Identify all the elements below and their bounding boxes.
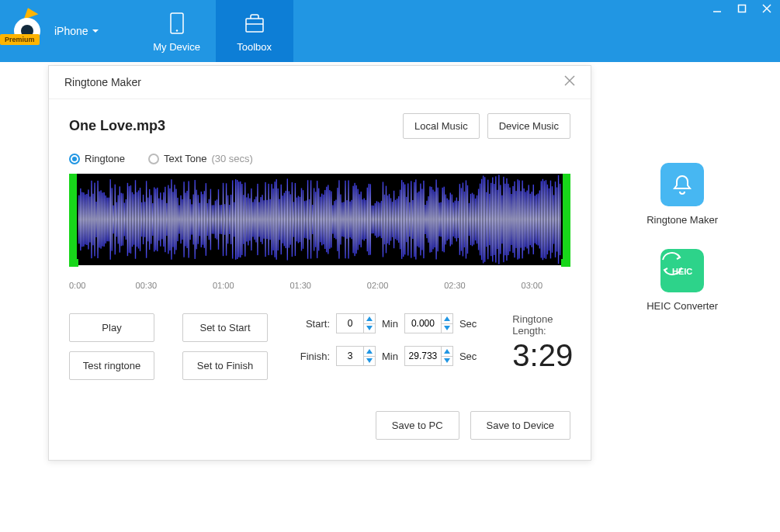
svg-rect-11: [80, 188, 81, 250]
svg-rect-116: [244, 182, 245, 256]
svg-rect-316: [558, 175, 559, 264]
svg-rect-47: [137, 192, 137, 247]
tab-my-device[interactable]: My Device: [138, 0, 216, 62]
svg-rect-39: [124, 202, 125, 236]
radio-ringtone[interactable]: Ringtone: [69, 153, 125, 164]
svg-rect-26: [103, 192, 104, 247]
start-sec-spinner[interactable]: [404, 313, 453, 333]
svg-rect-193: [366, 200, 366, 239]
svg-rect-67: [168, 185, 168, 254]
svg-rect-133: [271, 184, 272, 255]
svg-rect-38: [123, 193, 123, 245]
svg-rect-297: [528, 185, 529, 254]
svg-rect-300: [533, 185, 534, 254]
svg-rect-200: [376, 201, 377, 237]
svg-rect-117: [246, 197, 247, 241]
svg-rect-249: [453, 202, 454, 237]
svg-rect-198: [373, 206, 374, 233]
radio-icon: [69, 154, 80, 164]
svg-rect-160: [314, 188, 314, 251]
spin-down[interactable]: [442, 357, 452, 366]
svg-rect-304: [539, 191, 540, 249]
svg-rect-89: [203, 194, 203, 244]
waveform[interactable]: [69, 174, 570, 265]
spin-up[interactable]: [364, 314, 375, 324]
svg-rect-99: [218, 189, 219, 250]
radio-label: Text Tone: [164, 153, 206, 164]
start-sec-input[interactable]: [405, 314, 441, 333]
radio-text-tone[interactable]: Text Tone(30 secs): [148, 153, 253, 164]
device-selector[interactable]: iPhone: [54, 0, 115, 62]
maximize-button[interactable]: [735, 2, 749, 16]
svg-rect-166: [323, 195, 324, 244]
svg-rect-58: [154, 188, 154, 252]
file-row: One Love.mp3 Local Music Device Music: [69, 113, 570, 139]
end-marker[interactable]: [561, 259, 570, 267]
start-min-input[interactable]: [337, 314, 363, 333]
svg-rect-135: [274, 181, 275, 257]
start-marker[interactable]: [69, 259, 78, 267]
tablet-icon: [164, 10, 190, 36]
svg-rect-109: [234, 202, 234, 237]
svg-rect-102: [223, 183, 224, 256]
spin-up[interactable]: [442, 314, 452, 324]
local-music-button[interactable]: Local Music: [403, 113, 480, 139]
svg-rect-180: [345, 181, 345, 258]
finish-min-input[interactable]: [337, 347, 363, 365]
svg-rect-294: [523, 188, 524, 250]
svg-rect-37: [121, 193, 122, 247]
set-start-button[interactable]: Set to Start: [182, 313, 268, 342]
svg-rect-234: [429, 186, 430, 252]
radio-icon: [148, 154, 159, 164]
svg-rect-68: [169, 188, 170, 250]
svg-rect-209: [390, 198, 391, 240]
svg-rect-96: [213, 205, 214, 233]
spin-down[interactable]: [364, 324, 375, 333]
radio-hint: (30 secs): [211, 153, 252, 164]
set-finish-button[interactable]: Set to Finish: [182, 351, 268, 380]
finish-min-spinner[interactable]: [336, 346, 376, 366]
save-to-pc-button[interactable]: Save to PC: [376, 411, 459, 440]
svg-rect-55: [149, 189, 150, 250]
svg-rect-241: [440, 202, 441, 237]
play-button[interactable]: Play: [69, 313, 154, 342]
spin-down[interactable]: [364, 357, 375, 366]
finish-sec-spinner[interactable]: [404, 346, 453, 366]
spin-down[interactable]: [442, 324, 452, 333]
tab-toolbox[interactable]: Toolbox: [216, 0, 293, 62]
svg-rect-5: [739, 5, 746, 12]
svg-rect-286: [511, 194, 511, 245]
tool-ringtone-maker[interactable]: Ringtone Maker: [647, 163, 718, 226]
time-tick: 03:00: [494, 281, 570, 290]
svg-rect-140: [283, 195, 283, 244]
finish-sec-input[interactable]: [405, 347, 441, 365]
time-tick: 02:30: [416, 281, 493, 290]
modal-close-button[interactable]: [564, 75, 575, 89]
spin-up[interactable]: [442, 347, 452, 357]
svg-rect-82: [191, 204, 192, 234]
close-button[interactable]: [760, 2, 774, 16]
svg-rect-182: [348, 181, 348, 259]
start-min-spinner[interactable]: [336, 313, 376, 333]
svg-rect-242: [442, 188, 442, 251]
device-music-button[interactable]: Device Music: [487, 113, 570, 139]
svg-rect-41: [127, 183, 128, 256]
svg-rect-199: [375, 203, 376, 236]
svg-rect-245: [447, 199, 448, 241]
spin-up[interactable]: [364, 347, 375, 357]
minimize-button[interactable]: [710, 2, 724, 16]
tool-heic-converter[interactable]: HEIC HEIC Converter: [647, 249, 718, 312]
heic-badge-text: HEIC: [672, 267, 692, 276]
test-ringtone-button[interactable]: Test ringtone: [69, 351, 154, 380]
svg-rect-121: [252, 202, 253, 237]
save-to-device-button[interactable]: Save to Device: [470, 411, 570, 440]
svg-rect-2: [246, 19, 263, 32]
svg-rect-183: [349, 202, 350, 237]
svg-rect-168: [326, 187, 327, 253]
tone-type-radios: Ringtone Text Tone(30 secs): [69, 153, 570, 164]
svg-rect-272: [489, 194, 490, 246]
trim-handle-end[interactable]: [563, 174, 570, 265]
trim-handle-start[interactable]: [69, 174, 77, 265]
svg-rect-78: [185, 192, 185, 246]
svg-rect-44: [132, 192, 133, 247]
